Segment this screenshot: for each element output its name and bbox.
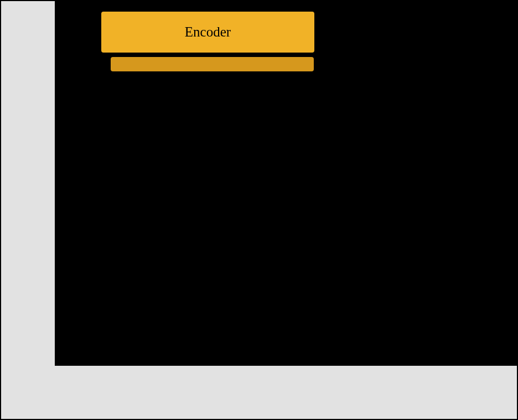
diagram-frame: Encoder xyxy=(0,0,518,420)
encoder-block-label: Encoder xyxy=(185,24,231,40)
encoder-block-shadow xyxy=(110,56,315,72)
encoder-block: Encoder xyxy=(100,11,315,54)
